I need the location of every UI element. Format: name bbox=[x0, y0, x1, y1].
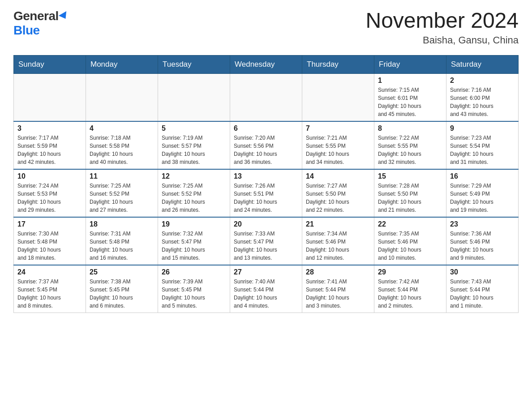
day-info: Sunrise: 7:42 AMSunset: 5:44 PMDaylight:… bbox=[378, 278, 442, 310]
day-info: Sunrise: 7:20 AMSunset: 5:56 PMDaylight:… bbox=[234, 134, 298, 166]
page-header: General Blue November 2024 Baisha, Gansu… bbox=[13, 9, 519, 46]
calendar-cell: 6Sunrise: 7:20 AMSunset: 5:56 PMDaylight… bbox=[230, 121, 302, 169]
day-info: Sunrise: 7:22 AMSunset: 5:55 PMDaylight:… bbox=[378, 134, 442, 166]
logo-blue-text: Blue bbox=[13, 23, 40, 38]
calendar-cell: 24Sunrise: 7:37 AMSunset: 5:45 PMDayligh… bbox=[14, 265, 86, 313]
logo-general-text: General bbox=[13, 9, 59, 23]
calendar-cell: 5Sunrise: 7:19 AMSunset: 5:57 PMDaylight… bbox=[158, 121, 230, 169]
calendar-week-1: 1Sunrise: 7:15 AMSunset: 6:01 PMDaylight… bbox=[14, 73, 519, 121]
day-number: 19 bbox=[162, 220, 226, 228]
day-number: 1 bbox=[378, 77, 442, 85]
day-info: Sunrise: 7:19 AMSunset: 5:57 PMDaylight:… bbox=[162, 134, 226, 166]
day-number: 13 bbox=[234, 172, 298, 180]
day-number: 26 bbox=[162, 268, 226, 276]
calendar-cell: 4Sunrise: 7:18 AMSunset: 5:58 PMDaylight… bbox=[86, 121, 158, 169]
day-info: Sunrise: 7:37 AMSunset: 5:45 PMDaylight:… bbox=[17, 278, 82, 310]
day-number: 28 bbox=[306, 268, 370, 276]
day-info: Sunrise: 7:26 AMSunset: 5:51 PMDaylight:… bbox=[234, 182, 298, 214]
day-number: 8 bbox=[378, 124, 442, 133]
calendar-cell: 20Sunrise: 7:33 AMSunset: 5:47 PMDayligh… bbox=[230, 217, 302, 265]
day-info: Sunrise: 7:28 AMSunset: 5:50 PMDaylight:… bbox=[378, 182, 442, 214]
day-number: 7 bbox=[306, 124, 370, 133]
day-info: Sunrise: 7:35 AMSunset: 5:46 PMDaylight:… bbox=[378, 230, 442, 262]
day-number: 2 bbox=[450, 77, 515, 85]
calendar-cell: 11Sunrise: 7:25 AMSunset: 5:52 PMDayligh… bbox=[86, 169, 158, 217]
day-number: 6 bbox=[234, 124, 298, 133]
day-info: Sunrise: 7:24 AMSunset: 5:53 PMDaylight:… bbox=[17, 182, 82, 214]
col-thursday: Thursday bbox=[302, 55, 374, 73]
logo: General Blue bbox=[13, 9, 69, 38]
day-number: 12 bbox=[162, 172, 226, 180]
day-info: Sunrise: 7:23 AMSunset: 5:54 PMDaylight:… bbox=[450, 134, 515, 166]
calendar-cell: 16Sunrise: 7:29 AMSunset: 5:49 PMDayligh… bbox=[446, 169, 519, 217]
calendar-title: November 2024 bbox=[365, 9, 519, 33]
day-info: Sunrise: 7:32 AMSunset: 5:47 PMDaylight:… bbox=[162, 230, 226, 262]
calendar-header: Sunday Monday Tuesday Wednesday Thursday… bbox=[14, 55, 519, 73]
calendar-cell: 26Sunrise: 7:39 AMSunset: 5:45 PMDayligh… bbox=[158, 265, 230, 313]
day-number: 4 bbox=[90, 124, 154, 133]
calendar-cell bbox=[158, 73, 230, 121]
calendar-cell: 17Sunrise: 7:30 AMSunset: 5:48 PMDayligh… bbox=[14, 217, 86, 265]
day-info: Sunrise: 7:33 AMSunset: 5:47 PMDaylight:… bbox=[234, 230, 298, 262]
day-info: Sunrise: 7:15 AMSunset: 6:01 PMDaylight:… bbox=[378, 86, 442, 118]
day-info: Sunrise: 7:18 AMSunset: 5:58 PMDaylight:… bbox=[90, 134, 154, 166]
calendar-cell: 8Sunrise: 7:22 AMSunset: 5:55 PMDaylight… bbox=[374, 121, 446, 169]
day-number: 24 bbox=[17, 268, 82, 276]
day-number: 10 bbox=[17, 172, 82, 180]
calendar-cell: 28Sunrise: 7:41 AMSunset: 5:44 PMDayligh… bbox=[302, 265, 374, 313]
day-info: Sunrise: 7:27 AMSunset: 5:50 PMDaylight:… bbox=[306, 182, 370, 214]
day-number: 18 bbox=[90, 220, 154, 228]
day-info: Sunrise: 7:38 AMSunset: 5:45 PMDaylight:… bbox=[90, 278, 154, 310]
calendar-week-3: 10Sunrise: 7:24 AMSunset: 5:53 PMDayligh… bbox=[14, 169, 519, 217]
calendar-cell: 27Sunrise: 7:40 AMSunset: 5:44 PMDayligh… bbox=[230, 265, 302, 313]
day-info: Sunrise: 7:36 AMSunset: 5:46 PMDaylight:… bbox=[450, 230, 515, 262]
calendar-cell: 22Sunrise: 7:35 AMSunset: 5:46 PMDayligh… bbox=[374, 217, 446, 265]
calendar-body: 1Sunrise: 7:15 AMSunset: 6:01 PMDaylight… bbox=[14, 73, 519, 313]
calendar-cell: 2Sunrise: 7:16 AMSunset: 6:00 PMDaylight… bbox=[446, 73, 519, 121]
day-number: 9 bbox=[450, 124, 515, 133]
day-number: 30 bbox=[450, 268, 515, 276]
calendar-cell bbox=[302, 73, 374, 121]
col-wednesday: Wednesday bbox=[230, 55, 302, 73]
day-number: 17 bbox=[17, 220, 82, 228]
calendar-week-5: 24Sunrise: 7:37 AMSunset: 5:45 PMDayligh… bbox=[14, 265, 519, 313]
calendar-cell: 7Sunrise: 7:21 AMSunset: 5:55 PMDaylight… bbox=[302, 121, 374, 169]
title-block: November 2024 Baisha, Gansu, China bbox=[365, 9, 519, 46]
calendar-cell: 19Sunrise: 7:32 AMSunset: 5:47 PMDayligh… bbox=[158, 217, 230, 265]
day-number: 25 bbox=[90, 268, 154, 276]
day-number: 16 bbox=[450, 172, 515, 180]
day-number: 3 bbox=[17, 124, 82, 133]
logo-triangle-icon bbox=[59, 11, 69, 21]
day-info: Sunrise: 7:21 AMSunset: 5:55 PMDaylight:… bbox=[306, 134, 370, 166]
calendar-cell: 12Sunrise: 7:25 AMSunset: 5:52 PMDayligh… bbox=[158, 169, 230, 217]
calendar-cell: 1Sunrise: 7:15 AMSunset: 6:01 PMDaylight… bbox=[374, 73, 446, 121]
day-info: Sunrise: 7:34 AMSunset: 5:46 PMDaylight:… bbox=[306, 230, 370, 262]
day-info: Sunrise: 7:31 AMSunset: 5:48 PMDaylight:… bbox=[90, 230, 154, 262]
day-info: Sunrise: 7:41 AMSunset: 5:44 PMDaylight:… bbox=[306, 278, 370, 310]
day-number: 14 bbox=[306, 172, 370, 180]
calendar-cell: 18Sunrise: 7:31 AMSunset: 5:48 PMDayligh… bbox=[86, 217, 158, 265]
col-tuesday: Tuesday bbox=[158, 55, 230, 73]
day-info: Sunrise: 7:16 AMSunset: 6:00 PMDaylight:… bbox=[450, 86, 515, 118]
calendar-cell: 25Sunrise: 7:38 AMSunset: 5:45 PMDayligh… bbox=[86, 265, 158, 313]
day-number: 20 bbox=[234, 220, 298, 228]
col-friday: Friday bbox=[374, 55, 446, 73]
day-info: Sunrise: 7:29 AMSunset: 5:49 PMDaylight:… bbox=[450, 182, 515, 214]
calendar-cell bbox=[14, 73, 86, 121]
calendar-week-2: 3Sunrise: 7:17 AMSunset: 5:59 PMDaylight… bbox=[14, 121, 519, 169]
calendar-cell bbox=[230, 73, 302, 121]
calendar-cell: 21Sunrise: 7:34 AMSunset: 5:46 PMDayligh… bbox=[302, 217, 374, 265]
day-info: Sunrise: 7:25 AMSunset: 5:52 PMDaylight:… bbox=[162, 182, 226, 214]
day-number: 21 bbox=[306, 220, 370, 228]
calendar-cell: 9Sunrise: 7:23 AMSunset: 5:54 PMDaylight… bbox=[446, 121, 519, 169]
col-sunday: Sunday bbox=[14, 55, 86, 73]
calendar-cell: 15Sunrise: 7:28 AMSunset: 5:50 PMDayligh… bbox=[374, 169, 446, 217]
day-number: 22 bbox=[378, 220, 442, 228]
day-info: Sunrise: 7:39 AMSunset: 5:45 PMDaylight:… bbox=[162, 278, 226, 310]
calendar-table: Sunday Monday Tuesday Wednesday Thursday… bbox=[13, 55, 519, 313]
day-number: 27 bbox=[234, 268, 298, 276]
day-info: Sunrise: 7:40 AMSunset: 5:44 PMDaylight:… bbox=[234, 278, 298, 310]
calendar-cell: 3Sunrise: 7:17 AMSunset: 5:59 PMDaylight… bbox=[14, 121, 86, 169]
calendar-week-4: 17Sunrise: 7:30 AMSunset: 5:48 PMDayligh… bbox=[14, 217, 519, 265]
day-number: 11 bbox=[90, 172, 154, 180]
